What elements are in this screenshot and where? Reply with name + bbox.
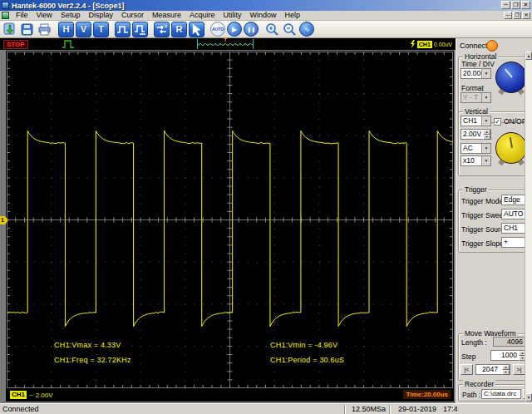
time-div-label: Time / DIV (461, 60, 495, 68)
trigger-source-select[interactable]: CH1 (501, 223, 527, 234)
restore-button[interactable]: ❐ (511, 1, 520, 9)
go-last-button[interactable]: >| (513, 364, 525, 375)
horizontal-knob-pointer (505, 68, 513, 77)
start-button[interactable]: ▶ (227, 22, 242, 37)
measurement-freq: CH1:Freq = 32.72KHz (54, 356, 131, 364)
trigger-source-badge: CH1 (417, 41, 432, 48)
time-div-select[interactable]: 20.00us ▼ (461, 68, 491, 79)
menu-window[interactable]: Window (245, 11, 280, 20)
trigger-mode-label: Trigger Mode (461, 197, 503, 205)
coupling-select[interactable]: AC ▼ (461, 143, 491, 154)
menu-utility[interactable]: Utility (219, 11, 245, 20)
panel-scrollbar[interactable]: ▲ ▼ (525, 52, 532, 402)
save-button[interactable] (19, 22, 35, 37)
pulse-icon (116, 23, 129, 36)
minimize-button[interactable]: ─ (501, 1, 510, 9)
trigger-mode-select[interactable]: Edge (501, 195, 527, 205)
go-first-button[interactable]: |< (461, 364, 473, 375)
trigger-panel-button[interactable]: T (93, 22, 109, 37)
stop-status-badge: STOP (3, 40, 28, 49)
connect-button-label[interactable]: Connect (460, 42, 488, 50)
length-value-field: 4096 (493, 337, 527, 347)
record-button[interactable]: R (171, 22, 187, 37)
load-data-button[interactable] (2, 22, 17, 37)
channel1-scale-label: CH1 ~ 2.00V (10, 391, 53, 399)
trigger-sweep-label: Trigger Sweep (461, 211, 507, 219)
menu-acquire[interactable]: Acquire (185, 11, 219, 20)
app-icon (2, 2, 9, 9)
close-button[interactable]: ✕ (521, 1, 530, 9)
print-icon (37, 22, 52, 37)
trigger-bolt-icon (410, 40, 416, 48)
cursor-arrow-icon (190, 23, 203, 36)
channel1-badge: CH1 (10, 391, 27, 399)
chevron-down-icon[interactable]: ▼ (481, 116, 490, 126)
scroll-down-icon[interactable]: ▼ (525, 393, 532, 402)
fit-screen-button[interactable]: ∿ (299, 22, 314, 37)
menu-bar: File View Setup Display Cursor Measure A… (0, 11, 532, 21)
hantek-app-window: Hantek-6000 Ver2.2.4 - [Scope1] ─ ❐ ✕ Fi… (0, 0, 532, 414)
trigger-position-icon[interactable]: T (224, 37, 227, 42)
measurement-period: CH1:Period = 30.6uS (270, 356, 344, 364)
step-spinner[interactable]: 1000 ▲ ▼ (490, 350, 527, 361)
scroll-up-icon[interactable]: ▲ (525, 52, 532, 60)
waveform-ref-button[interactable] (132, 22, 148, 37)
pulse-underline-icon (134, 23, 146, 36)
menu-measure[interactable]: Measure (148, 11, 185, 20)
waveform-mode-button[interactable] (115, 22, 131, 37)
autoset-button[interactable]: AUTO (210, 22, 225, 37)
mdi-restore-button[interactable]: ❐ (513, 12, 521, 19)
scope-document-icon (2, 12, 9, 19)
path-label: Path : (462, 391, 480, 399)
format-label: Format (461, 84, 484, 92)
trigger-level-value: 0.00uV (434, 42, 452, 47)
menu-view[interactable]: View (32, 11, 57, 20)
menu-file[interactable]: File (12, 11, 32, 20)
spin-down-icon[interactable]: ▼ (502, 370, 510, 375)
chevron-down-icon[interactable]: ▼ (481, 144, 490, 153)
pause-button[interactable]: ❚❚ (244, 22, 259, 37)
checkmark-icon[interactable]: ✓ (494, 118, 501, 126)
volts-div-spinner[interactable]: 2.00V ▲ ▼ (461, 129, 491, 140)
channel-select[interactable]: CH1 ▼ (461, 116, 491, 126)
probe-select[interactable]: x10 ▼ (461, 155, 491, 166)
vertical-knob-pointer (510, 137, 513, 148)
menu-cursor[interactable]: Cursor (117, 11, 148, 20)
swap-arrows-icon (155, 23, 168, 36)
print-button[interactable] (37, 22, 52, 37)
length-label: Length : (461, 338, 487, 347)
scope-graticule-and-trace[interactable] (7, 52, 453, 388)
connect-led-icon[interactable] (486, 40, 498, 52)
connection-status: Connected (0, 405, 344, 413)
time-value: 17:4 (443, 405, 458, 413)
menu-setup[interactable]: Setup (57, 11, 85, 20)
window-title: Hantek-6000 Ver2.2.4 - [Scope1] (12, 2, 125, 10)
waveform-preview[interactable]: T (197, 39, 254, 49)
measurement-vmin: CH1:Vmin = -4.96V (270, 341, 337, 349)
self-calibration-button[interactable] (154, 22, 170, 37)
vertical-panel-button[interactable]: V (76, 22, 91, 37)
mdi-close-button[interactable]: ✕ (522, 12, 530, 19)
status-bar: Connected 12.50MSa 29-01-2019 17:4 (0, 403, 532, 414)
horizontal-panel-button[interactable]: H (58, 22, 74, 37)
spin-down-icon[interactable]: ▼ (483, 135, 490, 140)
horizontal-knob[interactable] (495, 62, 527, 93)
chevron-down-icon[interactable]: ▼ (481, 69, 490, 78)
trigger-sweep-select[interactable]: AUTO (501, 209, 527, 219)
pointer-mode-button[interactable] (189, 22, 204, 37)
toolbar: H V T R AU (0, 21, 532, 38)
volts-per-div-value: 2.00V (36, 392, 53, 399)
path-field[interactable]: C:\data.drc (481, 389, 521, 399)
chevron-down-icon[interactable]: ▼ (481, 156, 490, 165)
zoom-out-button[interactable] (282, 22, 298, 37)
menu-help[interactable]: Help (280, 11, 304, 20)
step-label: Step (461, 352, 476, 361)
trigger-slope-select[interactable]: + (501, 237, 527, 248)
position-spinner[interactable]: 2047 ▲ ▼ (475, 364, 510, 375)
date-value: 29-01-2019 (398, 405, 436, 413)
time-per-div-label: Time:20.00us (403, 390, 451, 399)
mdi-minimize-button[interactable]: ─ (504, 12, 512, 19)
zoom-in-button[interactable] (264, 22, 280, 37)
menu-display[interactable]: Display (84, 11, 117, 20)
vertical-knob[interactable] (495, 132, 527, 164)
